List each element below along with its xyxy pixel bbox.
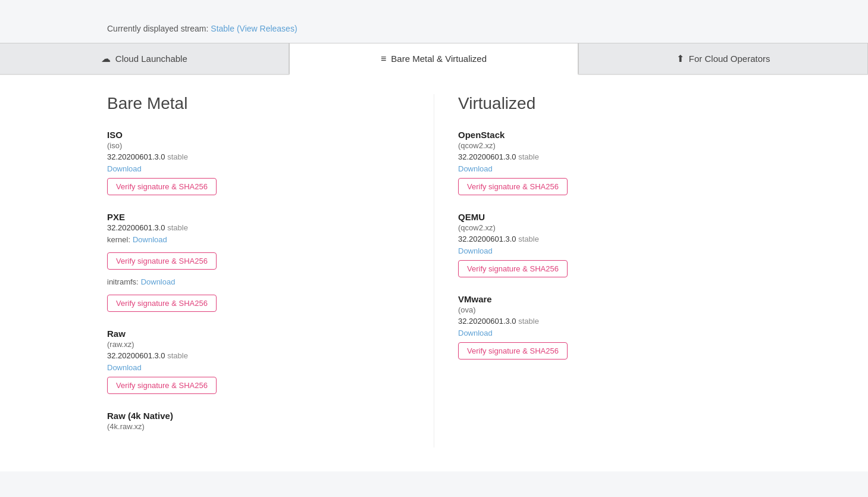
iso-name: ISO	[107, 130, 410, 140]
qemu-download-anchor[interactable]: Download	[458, 246, 493, 255]
raw-download-link: Download	[107, 362, 410, 372]
bare-metal-title: Bare Metal	[107, 94, 410, 113]
qemu-verify-wrapper: Verify signature & SHA256	[458, 255, 761, 277]
cloud-operators-icon: ⬆	[676, 53, 684, 64]
qemu-format: (qcow2.xz)	[458, 223, 761, 232]
pxe-name: PXE	[107, 212, 410, 222]
vmware-verify-button[interactable]: Verify signature & SHA256	[458, 342, 568, 360]
view-releases-link[interactable]: (View Releases)	[237, 24, 297, 33]
stream-bar: Currently displayed stream: Stable (View…	[0, 24, 868, 33]
raw-version-num: 32.20200601.3.0	[107, 351, 165, 360]
pxe-version-num: 32.20200601.3.0	[107, 223, 165, 232]
raw-download-anchor[interactable]: Download	[107, 363, 142, 372]
raw-stable: stable	[167, 351, 188, 360]
openstack-name: OpenStack	[458, 130, 761, 140]
qemu-name: QEMU	[458, 212, 761, 222]
pxe-initramfs-label: initramfs:	[107, 277, 139, 286]
stream-name-link[interactable]: Stable	[211, 24, 234, 33]
pxe-kernel-download[interactable]: Download	[133, 235, 167, 244]
pxe-kernel-sub: kernel: Download	[107, 235, 410, 244]
pxe-version: 32.20200601.3.0 stable	[107, 223, 410, 232]
stream-label: Currently displayed stream: Stable (View…	[107, 24, 297, 33]
qemu-version: 32.20200601.3.0 stable	[458, 235, 761, 243]
artifact-openstack: OpenStack (qcow2.xz) 32.20200601.3.0 sta…	[458, 130, 761, 195]
artifact-qemu: QEMU (qcow2.xz) 32.20200601.3.0 stable D…	[458, 212, 761, 277]
tab-cloud-launchable-label: Cloud Launchable	[115, 54, 187, 64]
openstack-format: (qcow2.xz)	[458, 141, 761, 150]
qemu-stable: stable	[518, 235, 539, 243]
iso-format: (iso)	[107, 141, 410, 150]
vmware-version-num: 32.20200601.3.0	[458, 317, 516, 326]
iso-download-anchor[interactable]: Download	[107, 164, 142, 173]
cloud-launchable-icon: ☁	[101, 53, 111, 64]
openstack-verify-wrapper: Verify signature & SHA256	[458, 173, 761, 195]
openstack-version-num: 32.20200601.3.0	[458, 152, 516, 161]
pxe-kernel-verify-wrapper: Verify signature & SHA256	[107, 248, 410, 270]
pxe-initramfs-verify-wrapper: Verify signature & SHA256	[107, 290, 410, 312]
bare-metal-column: Bare Metal ISO (iso) 32.20200601.3.0 sta…	[107, 94, 434, 448]
stream-label-text: Currently displayed stream:	[107, 24, 208, 33]
artifact-raw: Raw (raw.xz) 32.20200601.3.0 stable Down…	[107, 329, 410, 394]
openstack-verify-button[interactable]: Verify signature & SHA256	[458, 178, 568, 195]
artifact-vmware: VMware (ova) 32.20200601.3.0 stable Down…	[458, 294, 761, 360]
content-area: Bare Metal ISO (iso) 32.20200601.3.0 sta…	[0, 75, 868, 471]
vmware-download-anchor[interactable]: Download	[458, 329, 493, 337]
raw-name: Raw	[107, 329, 410, 339]
tabs-bar: ☁ Cloud Launchable ≡ Bare Metal & Virtua…	[0, 43, 868, 75]
vmware-verify-wrapper: Verify signature & SHA256	[458, 337, 761, 360]
vmware-format: (ova)	[458, 305, 761, 314]
raw-verify-button[interactable]: Verify signature & SHA256	[107, 377, 217, 394]
pxe-kernel-label: kernel:	[107, 235, 130, 244]
iso-stable: stable	[167, 152, 188, 161]
tab-for-cloud-operators[interactable]: ⬆ For Cloud Operators	[578, 43, 868, 74]
pxe-kernel-verify-button[interactable]: Verify signature & SHA256	[107, 252, 217, 270]
tab-bare-metal-virtualized[interactable]: ≡ Bare Metal & Virtualized	[289, 43, 579, 75]
raw-version: 32.20200601.3.0 stable	[107, 351, 410, 360]
artifact-raw-4k: Raw (4k Native) (4k.raw.xz)	[107, 411, 410, 431]
artifact-iso: ISO (iso) 32.20200601.3.0 stable Downloa…	[107, 130, 410, 195]
pxe-initramfs-verify-button[interactable]: Verify signature & SHA256	[107, 295, 217, 312]
tab-bare-metal-label: Bare Metal & Virtualized	[391, 54, 487, 64]
iso-verify-button[interactable]: Verify signature & SHA256	[107, 178, 217, 195]
artifact-pxe: PXE 32.20200601.3.0 stable kernel: Downl…	[107, 212, 410, 312]
raw-4k-name: Raw (4k Native)	[107, 411, 410, 421]
pxe-initramfs-download[interactable]: Download	[141, 277, 176, 286]
raw-format: (raw.xz)	[107, 340, 410, 349]
vmware-name: VMware	[458, 294, 761, 304]
raw-4k-format: (4k.raw.xz)	[107, 422, 410, 431]
pxe-initramfs-sub: initramfs: Download	[107, 277, 410, 286]
raw-verify-wrapper: Verify signature & SHA256	[107, 372, 410, 394]
page-wrapper: Currently displayed stream: Stable (View…	[0, 0, 868, 497]
iso-verify-wrapper: Verify signature & SHA256	[107, 173, 410, 195]
vmware-download-link: Download	[458, 328, 761, 337]
openstack-version: 32.20200601.3.0 stable	[458, 152, 761, 161]
iso-version-num: 32.20200601.3.0	[107, 152, 165, 161]
qemu-version-num: 32.20200601.3.0	[458, 235, 516, 243]
virtualized-title: Virtualized	[458, 94, 761, 113]
vmware-version: 32.20200601.3.0 stable	[458, 317, 761, 326]
openstack-download-anchor[interactable]: Download	[458, 164, 493, 173]
qemu-verify-button[interactable]: Verify signature & SHA256	[458, 260, 568, 277]
virtualized-column: Virtualized OpenStack (qcow2.xz) 32.2020…	[434, 94, 761, 448]
tab-cloud-launchable[interactable]: ☁ Cloud Launchable	[0, 43, 289, 74]
openstack-stable: stable	[518, 152, 539, 161]
openstack-download-link: Download	[458, 164, 761, 173]
vmware-stable: stable	[518, 317, 539, 326]
pxe-stable: stable	[167, 223, 188, 232]
tab-cloud-operators-label: For Cloud Operators	[689, 54, 770, 64]
qemu-download-link: Download	[458, 246, 761, 255]
iso-version: 32.20200601.3.0 stable	[107, 152, 410, 161]
iso-download-link: Download	[107, 164, 410, 173]
bare-metal-icon: ≡	[381, 54, 386, 64]
